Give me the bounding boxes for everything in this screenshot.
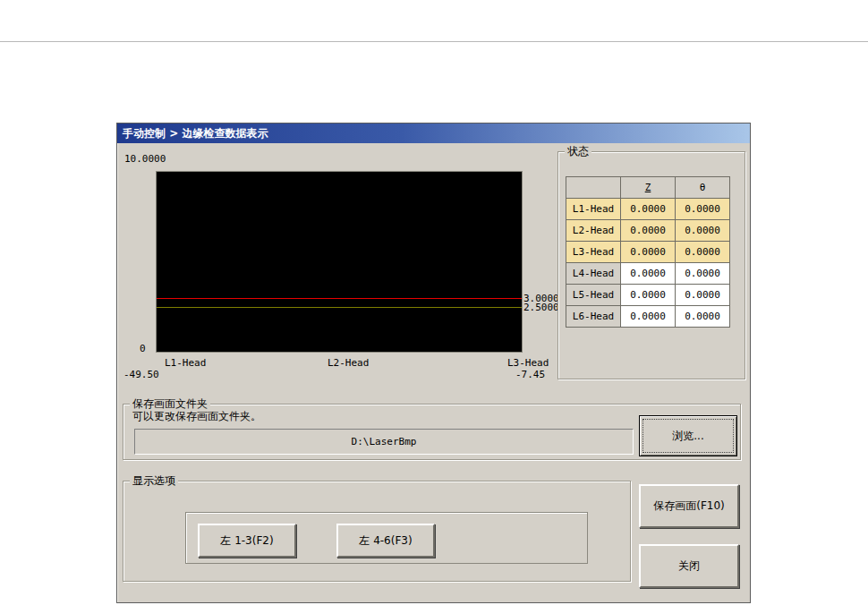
chart-x-label-l1-head: L1-Head	[165, 357, 206, 369]
row-label: L3-Head	[566, 242, 621, 263]
save-folder-description: 可以更改保存画面文件夹。	[132, 409, 261, 424]
status-col-head	[566, 177, 621, 199]
row-z-value: 0.0000	[621, 199, 676, 220]
status-col-theta: θ	[676, 177, 730, 199]
status-row-l1: L1-Head 0.0000 0.0000	[566, 199, 730, 220]
chart-x-label-l2-head: L2-Head	[328, 357, 369, 369]
row-z-value: 0.0000	[621, 263, 676, 285]
dialog-title: 手动控制 > 边缘检查数据表示	[123, 127, 268, 140]
display-options-panel: 左 1-3(F2) 左 4-6(F3)	[185, 512, 588, 564]
row-z-value: 0.0000	[621, 285, 676, 306]
edge-check-data-dialog: 手动控制 > 边缘检查数据表示 10.0000 3.0000 2.5000 0 …	[116, 123, 751, 603]
status-row-l3: L3-Head 0.0000 0.0000	[566, 242, 730, 263]
row-label: L6-Head	[566, 306, 621, 328]
close-button[interactable]: 关闭	[639, 544, 739, 588]
status-table: Z θ L1-Head 0.0000 0.0000 L2-Head 0.0000…	[566, 176, 730, 328]
row-label: L4-Head	[566, 263, 621, 285]
chart-threshold-lower-value: 2.5000	[523, 302, 559, 313]
chart-x-extent-left: -49.50	[123, 369, 159, 380]
status-col-z: Z	[621, 177, 676, 199]
row-theta-value: 0.0000	[676, 306, 730, 328]
save-path-value: D:\LaserBmp	[352, 436, 417, 447]
left-4-6-button[interactable]: 左 4-6(F3)	[336, 524, 435, 558]
row-theta-value: 0.0000	[676, 242, 730, 263]
status-row-l6: L6-Head 0.0000 0.0000	[566, 306, 730, 328]
row-theta-value: 0.0000	[676, 220, 730, 242]
status-row-l4: L4-Head 0.0000 0.0000	[566, 263, 730, 285]
row-label: L1-Head	[566, 199, 621, 220]
chart-plot	[156, 171, 523, 353]
display-options-groupbox: 显示选项 左 1-3(F2) 左 4-6(F3)	[123, 481, 631, 582]
save-screen-button[interactable]: 保存画面(F10)	[639, 484, 739, 528]
row-label: L5-Head	[566, 285, 621, 306]
save-folder-groupbox: 保存画面文件夹 可以更改保存画面文件夹。 D:\LaserBmp 浏览...	[123, 404, 741, 460]
row-z-value: 0.0000	[621, 220, 676, 242]
left-1-3-button[interactable]: 左 1-3(F2)	[198, 524, 296, 558]
dialog-title-bar: 手动控制 > 边缘检查数据表示	[117, 124, 750, 143]
row-theta-value: 0.0000	[676, 263, 730, 285]
browse-button[interactable]: 浏览...	[639, 415, 737, 456]
row-label: L2-Head	[566, 220, 621, 242]
page: 手动控制 > 边缘检查数据表示 10.0000 3.0000 2.5000 0 …	[0, 0, 868, 605]
display-options-groupbox-label: 显示选项	[130, 474, 178, 487]
row-theta-value: 0.0000	[676, 285, 730, 306]
chart-x-label-l3-head: L3-Head	[507, 357, 549, 369]
chart-x-extent-right: -7.45	[515, 369, 545, 380]
chart-y-min-label: 0	[140, 343, 146, 354]
chart-y-max-label: 10.0000	[124, 153, 166, 165]
status-row-l5: L5-Head 0.0000 0.0000	[566, 285, 730, 306]
row-z-value: 0.0000	[621, 306, 676, 328]
browse-button-focus-rect: 浏览...	[642, 419, 734, 453]
chart-threshold-line-lower	[157, 307, 522, 308]
status-table-header-row: Z θ	[566, 177, 730, 199]
page-top-rule	[0, 41, 868, 42]
browse-button-label: 浏览...	[672, 429, 703, 444]
status-groupbox: 状态 Z θ L1-Head 0.0000 0.0000	[557, 151, 745, 379]
row-z-value: 0.0000	[621, 242, 676, 263]
row-theta-value: 0.0000	[676, 199, 730, 220]
save-path-field[interactable]: D:\LaserBmp	[134, 429, 634, 455]
status-groupbox-label: 状态	[565, 145, 591, 158]
status-row-l2: L2-Head 0.0000 0.0000	[566, 220, 730, 242]
save-folder-groupbox-label: 保存画面文件夹	[130, 397, 210, 410]
chart-threshold-line-upper	[157, 298, 522, 299]
